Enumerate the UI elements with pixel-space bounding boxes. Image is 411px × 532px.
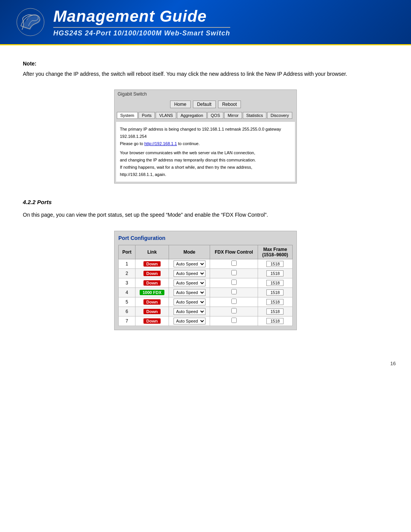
cell-port: 3 [119,278,135,288]
mode-select[interactable]: Auto Speed [174,289,206,296]
cell-maxframe[interactable] [258,307,292,316]
fdx-checkbox[interactable] [231,308,237,313]
switch-ui-toolbar: Home Default Reboot [115,98,296,110]
note-text: After you change the IP address, the swi… [23,70,388,78]
nav-tab-mirror[interactable]: Mirror [224,112,242,119]
cell-mode[interactable]: Auto Speed [169,268,210,278]
mode-select[interactable]: Auto Speed [174,308,206,315]
table-row: 7DownAuto Speed [119,316,293,326]
table-row: 5DownAuto Speed [119,297,293,307]
logo-icon [15,7,46,37]
cell-maxframe[interactable] [258,268,292,278]
nav-tab-aggregation[interactable]: Aggregation [177,112,206,119]
maxframe-input[interactable] [266,270,284,276]
content-line-3: Your browser communicates with the web s… [120,149,291,178]
cell-mode[interactable]: Auto Speed [169,259,210,268]
section-heading: 4.2.2 Ports [23,199,388,205]
cell-maxframe[interactable] [258,278,292,288]
maxframe-input[interactable] [266,299,284,305]
default-button[interactable]: Default [193,101,216,108]
note-label: Note: [23,61,388,67]
page-header: Management Guide HGS24S 24-Port 10/100/1… [0,0,411,45]
maxframe-input[interactable] [266,280,284,286]
nav-tab-system[interactable]: System [117,112,138,119]
mode-select[interactable]: Auto Speed [174,318,206,324]
cell-fdx[interactable] [210,307,258,316]
switch-ui-box: Gigabit Switch Home Default Reboot Syste… [114,89,297,184]
cell-maxframe[interactable] [258,316,292,326]
main-content: Note: After you change the IP address, t… [0,45,411,357]
col-header-port: Port [119,245,135,259]
ip-link[interactable]: http://192.168.1.1 [144,141,177,146]
cell-port: 5 [119,297,135,307]
cell-mode[interactable]: Auto Speed [169,288,210,297]
fdx-checkbox[interactable] [231,280,237,285]
cell-link: Down [135,297,169,307]
cell-fdx[interactable] [210,278,258,288]
cell-fdx[interactable] [210,297,258,307]
table-row: 6DownAuto Speed [119,307,293,316]
col-header-mode: Mode [169,245,210,259]
cell-fdx[interactable] [210,259,258,268]
fdx-checkbox[interactable] [231,260,237,266]
cell-fdx[interactable] [210,268,258,278]
cell-link: Down [135,278,169,288]
badge-down: Down [143,309,161,314]
maxframe-input[interactable] [266,308,284,315]
reboot-button[interactable]: Reboot [218,101,241,108]
fdx-checkbox[interactable] [231,289,237,294]
badge-down: Down [143,299,161,305]
content-line-1: The primary IP address is being changed … [120,126,291,140]
mode-select[interactable]: Auto Speed [174,299,206,305]
header-title: Management Guide [53,7,230,26]
nav-tab-vlans[interactable]: VLANS [156,112,176,119]
mode-select[interactable]: Auto Speed [174,260,206,267]
cell-link: Down [135,307,169,316]
port-config-title: Port Configuration [118,235,293,241]
cell-port: 2 [119,268,135,278]
maxframe-input[interactable] [266,318,284,324]
cell-fdx[interactable] [210,288,258,297]
cell-mode[interactable]: Auto Speed [169,307,210,316]
cell-maxframe[interactable] [258,259,292,268]
cell-link: 1000 FDX [135,288,169,297]
mode-select[interactable]: Auto Speed [174,270,206,277]
page-number: 16 [0,357,411,374]
section-desc: On this page, you can view the port stat… [23,211,388,219]
note-section: Note: After you change the IP address, t… [23,61,388,78]
cell-link: Down [135,316,169,326]
col-header-link: Link [135,245,169,259]
maxframe-input[interactable] [266,289,284,296]
header-text: Management Guide HGS24S 24-Port 10/100/1… [53,7,230,37]
cell-maxframe[interactable] [258,288,292,297]
header-divider [53,27,230,28]
table-row: 3DownAuto Speed [119,278,293,288]
nav-tab-discovery[interactable]: Discovery [267,112,292,119]
nav-tab-qos[interactable]: QOS [207,112,223,119]
badge-down: Down [143,318,161,324]
table-row: 41000 FDXAuto Speed [119,288,293,297]
switch-ui-nav: System Ports VLANS Aggregation QOS Mirro… [115,110,296,120]
cell-fdx[interactable] [210,316,258,326]
badge-down: Down [143,280,161,286]
switch-ui-content: The primary IP address is being changed … [116,122,295,182]
cell-mode[interactable]: Auto Speed [169,278,210,288]
mode-select[interactable]: Auto Speed [174,280,206,286]
home-button[interactable]: Home [170,101,191,108]
maxframe-input[interactable] [266,261,284,267]
fdx-checkbox[interactable] [231,270,237,275]
badge-down: Down [143,271,161,276]
port-config-box: Port Configuration Port Link Mode FDX Fl… [114,231,297,330]
nav-tab-ports[interactable]: Ports [139,112,155,119]
table-row: 2DownAuto Speed [119,268,293,278]
fdx-checkbox[interactable] [231,318,237,323]
switch-ui-title: Gigabit Switch [115,90,296,98]
cell-mode[interactable]: Auto Speed [169,316,210,326]
cell-mode[interactable]: Auto Speed [169,297,210,307]
cell-port: 7 [119,316,135,326]
cell-maxframe[interactable] [258,297,292,307]
fdx-checkbox[interactable] [231,299,237,304]
content-line-2: Please go to http://192.168.1.1 to conti… [120,140,291,147]
cell-link: Down [135,259,169,268]
nav-tab-statistics[interactable]: Statistics [243,112,266,119]
